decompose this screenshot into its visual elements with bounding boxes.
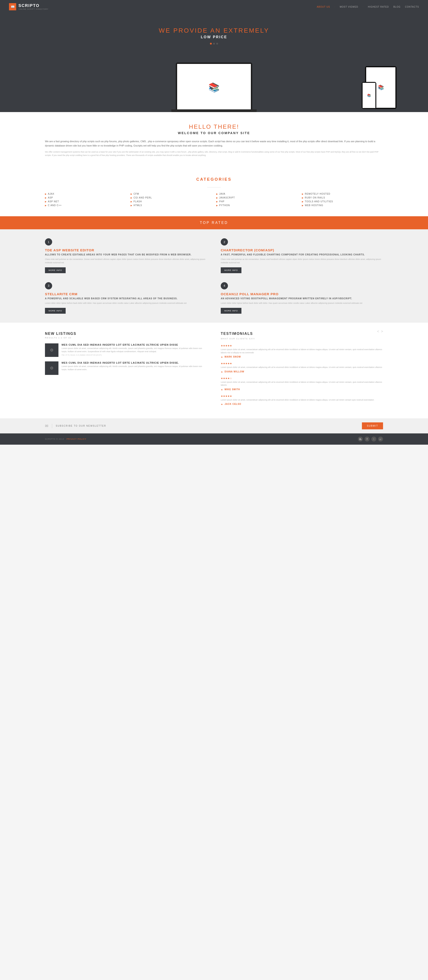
rated-lorem-3: Lorem dolor dolor tiptoe before back dol… — [45, 302, 207, 305]
hero-dots — [5, 43, 423, 45]
about-text-secondary: We offer content management systems that… — [45, 150, 383, 157]
laptop-device: 📚 — [176, 62, 252, 112]
bottom-section: NEW LISTINGS RESULTS 1-2 OF 40 ⚙ MES CUM… — [0, 323, 428, 418]
cat-arrow-hosting: ▶ — [302, 204, 304, 207]
cat-label-ajax: AJAX — [48, 192, 54, 195]
rated-desc-2: A FAST, POWERFUL AND FLEXIBLE CHARTING C… — [221, 253, 383, 256]
cat-remote[interactable]: ▶REMOTELY HOSTED — [302, 192, 383, 196]
nav-blog[interactable]: BLOG — [393, 6, 401, 8]
testimonial-3: ★★★★☆ Lorem ipsum dolor sit amet, consec… — [221, 377, 383, 391]
listings-title: NEW LISTINGS — [45, 332, 207, 336]
testimonials-prev[interactable]: < — [377, 329, 379, 334]
cat-php[interactable]: ▶PHP — [216, 200, 297, 204]
cat-hosting[interactable]: ▶WEB HOSTING — [302, 204, 383, 207]
testimonial-2: ★★★★★ Lorem ipsum dolor sit amet, consec… — [221, 362, 383, 373]
footer-copy: © 2013 · — [56, 438, 67, 440]
listing-text-2: Lorem ipsum dolor sit amet, consectetuer… — [62, 365, 207, 371]
hero-title: WE PROVIDE AN EXTREMELY — [5, 27, 423, 34]
cat-python[interactable]: ▶PYTHON — [216, 204, 297, 207]
cat-arrow-ruby: ▶ — [302, 197, 304, 199]
phone-screen: 📚 — [363, 83, 376, 108]
cat-flash[interactable]: ▶FLASH — [131, 200, 212, 204]
testimonial-4: ★★★★★ Lorem ipsum dolor sit amet, consec… — [221, 395, 383, 406]
nav-highest-rated[interactable]: HIGHEST RATED — [368, 6, 389, 8]
google-plus-icon[interactable]: g+ — [378, 437, 383, 442]
more-info-btn-4[interactable]: MORE INFO — [221, 308, 241, 314]
rated-desc-3: A POWERFUL AND SCALABLE WEB BASED CRM SY… — [45, 297, 207, 300]
testimonial-text-1: Lorem ipsum dolor sit amet, consectetuer… — [221, 348, 383, 354]
author-icon-1: ▲ — [221, 356, 223, 358]
footer-privacy[interactable]: PRIVACY POLICY — [67, 438, 86, 440]
logo: 📖 SCRIPTO ONLINE SCRIPT DIRECTORY — [9, 3, 48, 10]
cat-cfm[interactable]: ▶CFM — [131, 192, 212, 196]
dot-2[interactable] — [213, 43, 215, 45]
footer: SCRIPTO © 2013 · PRIVACY POLICY f t g+ — [0, 433, 428, 445]
rated-number-3: 3 — [45, 282, 52, 290]
rated-lorem-4: Lorem dolor dolor tiptoe before back dol… — [221, 302, 383, 305]
cat-arrow-cfm: ▶ — [131, 193, 132, 195]
hero-section: WE PROVIDE AN EXTREMELY LOW PRICE 📚 📚 📚 — [0, 13, 428, 112]
rss-icon[interactable] — [358, 437, 363, 442]
cat-java[interactable]: ▶JAVA — [216, 192, 297, 196]
twitter-icon[interactable]: t — [371, 437, 376, 442]
cat-col-1: ▶AJAX ▶ASP ▶ASP NET ▶C AND C++ — [45, 192, 126, 207]
cat-arrow-js: ▶ — [216, 197, 218, 199]
cat-arrow-remote: ▶ — [302, 193, 304, 195]
top-rated-section: 1 TDE ASP WEBSITE EDITOR ALLOWS TO CREAT… — [0, 229, 428, 323]
nav-contacts[interactable]: CONTACTS — [405, 6, 419, 8]
listing-title-1: MES CUML DIA SED INENIAS INGERTO LOT ERT… — [62, 344, 207, 346]
categories-title: CATEGORIES — [45, 177, 383, 182]
cat-arrow-flash: ▶ — [131, 200, 132, 203]
cat-ruby[interactable]: ▶RUBY ON RAILS — [302, 196, 383, 200]
cat-arrow-tools: ▶ — [302, 200, 304, 203]
stars-1: ★★★★★ — [221, 344, 383, 347]
cat-aspnet[interactable]: ▶ASP NET — [45, 200, 126, 204]
cat-cgi[interactable]: ▶CGI AND PERL — [131, 196, 212, 200]
nav-about[interactable]: ABOUT US — [317, 6, 330, 8]
cat-html5[interactable]: ▶HTML5 — [131, 204, 212, 207]
logo-sub: ONLINE SCRIPT DIRECTORY — [18, 8, 48, 10]
cat-label-python: PYTHON — [219, 204, 230, 207]
cat-js[interactable]: ▶JAVASCRIPT — [216, 196, 297, 200]
stars-3: ★★★★☆ — [221, 377, 383, 380]
testimonial-author-4: ▲ JACK CELSO — [221, 403, 383, 405]
about-subtitle: WELCOME TO OUR COMPANY SITE — [45, 131, 383, 135]
dot-3[interactable] — [216, 43, 218, 45]
rated-number-4: 4 — [221, 282, 228, 290]
listing-title-2: MES CUML DIA SED INENIAS INGERTO LOT ERT… — [62, 361, 207, 364]
testimonials-col: TESTIMONIALS < > WHAT OUR CLIENTS SAY! ★… — [221, 332, 383, 409]
testimonials-next[interactable]: > — [381, 329, 383, 334]
listing-thumb-1: ⚙ — [45, 344, 59, 357]
newsletter-input[interactable] — [56, 425, 358, 427]
cat-candc[interactable]: ▶C AND C++ — [45, 204, 126, 207]
cat-label-asp: ASP — [48, 196, 53, 199]
nav-most-viewed[interactable]: MOST VIEWED — [340, 6, 358, 8]
facebook-icon[interactable]: f — [365, 437, 369, 442]
hero-subtitle: LOW PRICE — [5, 35, 423, 39]
more-info-btn-1[interactable]: MORE INFO — [45, 267, 66, 273]
header: 📖 SCRIPTO ONLINE SCRIPT DIRECTORY ABOUT … — [0, 0, 428, 13]
more-info-btn-2[interactable]: MORE INFO — [221, 267, 241, 273]
cat-label-flash: FLASH — [133, 200, 142, 203]
cat-label-aspnet: ASP NET — [48, 200, 59, 203]
cat-label-remote: REMOTELY HOSTED — [305, 192, 330, 195]
testimonial-author-3: ▲ MIKE SMITH — [221, 388, 383, 391]
cat-asp[interactable]: ▶ASP — [45, 196, 126, 200]
testimonial-1: ★★★★★ Lorem ipsum dolor sit amet, consec… — [221, 344, 383, 358]
testimonial-text-3: Lorem ipsum dolor sit amet, consectetuer… — [221, 381, 383, 387]
more-info-btn-3[interactable]: MORE INFO — [45, 308, 66, 314]
cat-tools[interactable]: ▶TOOLS AND UTILITIES — [302, 200, 383, 204]
newsletter-submit[interactable]: SUBMIT — [362, 422, 383, 430]
facebook-letter: f — [367, 438, 367, 441]
about-text-main: We are a fast growing directory of php s… — [45, 139, 383, 148]
testimonials-subtitle: WHAT OUR CLIENTS SAY! — [221, 337, 383, 340]
testimonial-text-4: Lorem ipsum dolor sit amet, consectetuer… — [221, 399, 383, 402]
cat-label-ruby: RUBY ON RAILS — [305, 196, 325, 199]
rated-item-1: 1 TDE ASP WEBSITE EDITOR ALLOWS TO CREAT… — [45, 238, 207, 273]
dot-1[interactable] — [210, 43, 212, 45]
cat-arrow-php: ▶ — [216, 200, 218, 203]
listing-item-1: ⚙ MES CUML DIA SED INENIAS INGERTO LOT E… — [45, 344, 207, 357]
nav-divider2: · — [363, 5, 363, 8]
cat-ajax[interactable]: ▶AJAX — [45, 192, 126, 196]
main-nav: ABOUT US · MOST VIEWED · HIGHEST RATED B… — [317, 5, 419, 8]
